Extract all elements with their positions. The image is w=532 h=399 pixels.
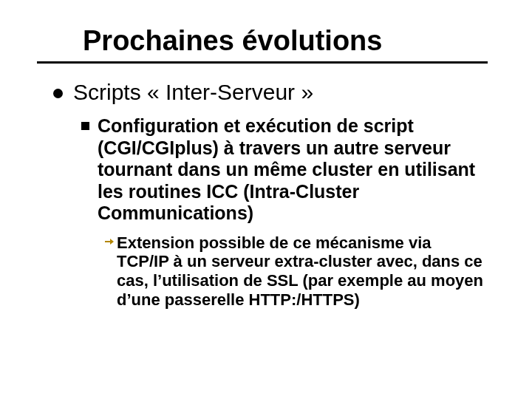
level3-text: Extension possible de ce mécanisme via T… xyxy=(117,233,488,310)
list-item-level3: Extension possible de ce mécanisme via T… xyxy=(103,233,488,310)
bullet-square-icon xyxy=(81,122,89,130)
arrow-right-icon xyxy=(103,236,115,248)
body: Scripts « Inter-Serveur » Configuration … xyxy=(0,64,532,310)
bullet-round-icon xyxy=(53,89,63,98)
level2-text: Configuration et exécution de script (CG… xyxy=(98,115,488,225)
page-title: Prochaines évolutions xyxy=(83,25,488,57)
list-item-level1: Scripts « Inter-Serveur » xyxy=(53,80,488,105)
level1-text: Scripts « Inter-Serveur » xyxy=(73,80,313,105)
list-item-level2: Configuration et exécution de script (CG… xyxy=(81,115,488,225)
slide: Prochaines évolutions Scripts « Inter-Se… xyxy=(0,0,532,399)
title-block: Prochaines évolutions xyxy=(0,0,532,57)
